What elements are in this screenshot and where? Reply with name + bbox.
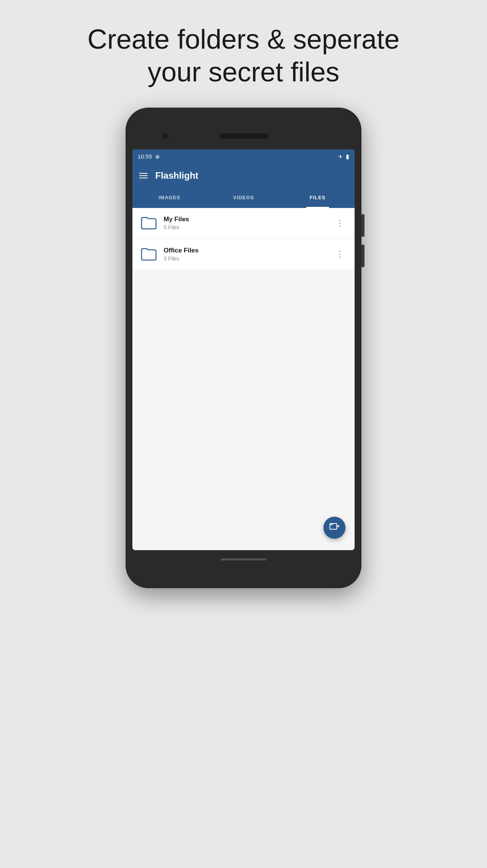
headline-text: Create folders & seperate your secret fi…: [88, 23, 399, 89]
globe-icon: ⊕: [155, 154, 160, 160]
hamburger-line-2: [139, 175, 148, 176]
file-info: My Files 5 Files: [164, 216, 333, 230]
status-bar: 10:55 ⊕ ✈ ▮: [132, 149, 355, 164]
file-name: My Files: [164, 216, 333, 223]
phone-mockup: 10:55 ⊕ ✈ ▮ Flashlight IMAGES VIDEOS: [126, 108, 361, 588]
side-buttons: [361, 214, 364, 267]
front-camera: [163, 133, 168, 139]
hamburger-line-3: [139, 178, 148, 178]
airplane-icon: ✈: [338, 154, 343, 160]
file-list: My Files 5 Files ⋮ Office Files 3 Files …: [132, 208, 355, 550]
battery-icon: ▮: [346, 153, 349, 160]
status-left: 10:55 ⊕: [138, 153, 160, 160]
more-options-button[interactable]: ⋮: [333, 215, 347, 231]
app-bar: Flashlight: [132, 164, 355, 187]
headline-line2: your secret files: [148, 57, 339, 87]
phone-bottom-bezel: [132, 550, 355, 569]
list-item[interactable]: Office Files 3 Files ⋮: [132, 239, 355, 270]
status-time: 10:55: [138, 153, 152, 160]
status-right: ✈ ▮: [338, 153, 349, 160]
file-name: Office Files: [164, 247, 333, 254]
folder-icon: [140, 246, 157, 263]
tabs-bar: IMAGES VIDEOS FILES: [132, 187, 355, 208]
app-title: Flashlight: [155, 170, 198, 181]
headline-line1: Create folders & seperate: [88, 24, 399, 54]
volume-down-button: [361, 244, 364, 267]
phone-screen: 10:55 ⊕ ✈ ▮ Flashlight IMAGES VIDEOS: [132, 149, 355, 550]
tab-images[interactable]: IMAGES: [132, 187, 207, 208]
list-item[interactable]: My Files 5 Files ⋮: [132, 208, 355, 238]
folder-icon: [140, 215, 157, 232]
volume-up-button: [361, 214, 364, 237]
menu-button[interactable]: [139, 173, 148, 178]
earpiece-speaker: [219, 133, 268, 139]
add-folder-button[interactable]: [323, 517, 345, 539]
file-count: 5 Files: [164, 224, 333, 230]
tab-files[interactable]: FILES: [280, 187, 355, 208]
file-info: Office Files 3 Files: [164, 247, 333, 262]
home-indicator: [221, 559, 266, 560]
tab-videos[interactable]: VIDEOS: [207, 187, 281, 208]
more-options-button[interactable]: ⋮: [333, 246, 347, 262]
file-count: 3 Files: [164, 255, 333, 262]
phone-top-bezel: [132, 123, 355, 149]
hamburger-line-1: [139, 173, 148, 174]
add-folder-icon: [329, 522, 339, 534]
